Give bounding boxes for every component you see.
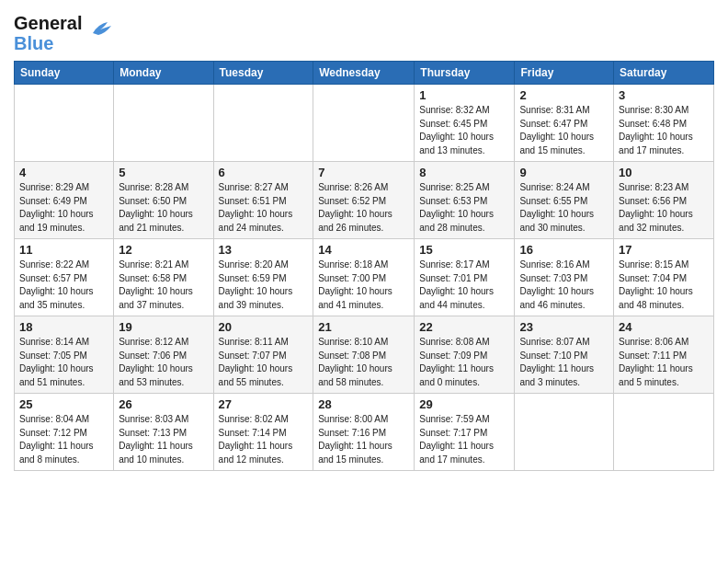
calendar-cell: 6Sunrise: 8:27 AM Sunset: 6:51 PM Daylig… <box>213 162 313 239</box>
calendar-cell: 23Sunrise: 8:07 AM Sunset: 7:10 PM Dayli… <box>515 316 614 394</box>
day-number: 18 <box>19 320 108 334</box>
calendar-cell: 4Sunrise: 8:29 AM Sunset: 6:49 PM Daylig… <box>15 162 114 239</box>
day-info: Sunrise: 8:26 AM Sunset: 6:52 PM Dayligh… <box>318 181 409 235</box>
day-info: Sunrise: 8:15 AM Sunset: 7:04 PM Dayligh… <box>619 259 709 312</box>
calendar-cell: 7Sunrise: 8:26 AM Sunset: 6:52 PM Daylig… <box>313 162 415 239</box>
day-info: Sunrise: 8:29 AM Sunset: 6:49 PM Dayligh… <box>19 181 108 235</box>
calendar-cell: 9Sunrise: 8:24 AM Sunset: 6:55 PM Daylig… <box>515 162 614 239</box>
weekday-header-monday: Monday <box>114 62 213 85</box>
day-number: 9 <box>519 166 609 179</box>
day-info: Sunrise: 8:07 AM Sunset: 7:10 PM Dayligh… <box>519 336 609 389</box>
day-info: Sunrise: 8:00 AM Sunset: 7:16 PM Dayligh… <box>318 413 409 466</box>
calendar-cell: 21Sunrise: 8:10 AM Sunset: 7:08 PM Dayli… <box>313 316 415 394</box>
day-info: Sunrise: 8:11 AM Sunset: 7:07 PM Dayligh… <box>219 336 309 389</box>
day-info: Sunrise: 8:04 AM Sunset: 7:12 PM Dayligh… <box>19 413 108 466</box>
day-number: 25 <box>19 397 108 411</box>
calendar-cell: 25Sunrise: 8:04 AM Sunset: 7:12 PM Dayli… <box>15 394 114 471</box>
day-info: Sunrise: 8:12 AM Sunset: 7:06 PM Dayligh… <box>119 336 208 389</box>
calendar-cell <box>114 85 213 162</box>
day-number: 12 <box>119 243 208 257</box>
calendar-week-row: 25Sunrise: 8:04 AM Sunset: 7:12 PM Dayli… <box>15 394 714 471</box>
day-number: 13 <box>219 243 309 257</box>
day-info: Sunrise: 8:21 AM Sunset: 6:58 PM Dayligh… <box>119 259 208 312</box>
day-info: Sunrise: 8:18 AM Sunset: 7:00 PM Dayligh… <box>318 259 409 312</box>
day-info: Sunrise: 8:25 AM Sunset: 6:53 PM Dayligh… <box>419 181 509 235</box>
day-info: Sunrise: 8:14 AM Sunset: 7:05 PM Dayligh… <box>19 336 108 389</box>
day-info: Sunrise: 8:02 AM Sunset: 7:14 PM Dayligh… <box>219 413 309 466</box>
day-info: Sunrise: 8:03 AM Sunset: 7:13 PM Dayligh… <box>119 413 208 466</box>
day-info: Sunrise: 8:17 AM Sunset: 7:01 PM Dayligh… <box>419 259 509 312</box>
calendar-cell: 29Sunrise: 7:59 AM Sunset: 7:17 PM Dayli… <box>415 394 515 471</box>
day-number: 5 <box>119 166 208 179</box>
day-number: 24 <box>619 320 709 334</box>
calendar-cell: 10Sunrise: 8:23 AM Sunset: 6:56 PM Dayli… <box>614 162 714 239</box>
day-number: 19 <box>119 320 208 334</box>
day-info: Sunrise: 7:59 AM Sunset: 7:17 PM Dayligh… <box>419 413 509 466</box>
day-number: 17 <box>619 243 709 257</box>
calendar-week-row: 1Sunrise: 8:32 AM Sunset: 6:45 PM Daylig… <box>15 85 714 162</box>
day-number: 28 <box>318 397 409 411</box>
day-number: 6 <box>219 166 309 179</box>
day-info: Sunrise: 8:20 AM Sunset: 6:59 PM Dayligh… <box>219 259 309 312</box>
logo: General Blue <box>14 13 115 53</box>
day-number: 7 <box>318 166 409 179</box>
day-number: 8 <box>419 166 509 179</box>
calendar-cell: 26Sunrise: 8:03 AM Sunset: 7:13 PM Dayli… <box>114 394 213 471</box>
calendar-cell: 17Sunrise: 8:15 AM Sunset: 7:04 PM Dayli… <box>614 239 714 316</box>
calendar-cell: 28Sunrise: 8:00 AM Sunset: 7:16 PM Dayli… <box>313 394 415 471</box>
page-header: General Blue <box>14 9 714 53</box>
day-number: 14 <box>318 243 409 257</box>
calendar-cell <box>614 394 714 471</box>
calendar-cell: 13Sunrise: 8:20 AM Sunset: 6:59 PM Dayli… <box>213 239 313 316</box>
weekday-header-row: SundayMondayTuesdayWednesdayThursdayFrid… <box>15 62 714 85</box>
logo-bird-icon <box>85 15 115 48</box>
weekday-header-friday: Friday <box>515 62 614 85</box>
weekday-header-thursday: Thursday <box>415 62 515 85</box>
day-info: Sunrise: 8:28 AM Sunset: 6:50 PM Dayligh… <box>119 181 208 235</box>
day-number: 22 <box>419 320 509 334</box>
calendar-cell <box>213 85 313 162</box>
day-info: Sunrise: 8:24 AM Sunset: 6:55 PM Dayligh… <box>519 181 609 235</box>
day-number: 20 <box>219 320 309 334</box>
calendar-cell <box>313 85 415 162</box>
calendar-cell: 2Sunrise: 8:31 AM Sunset: 6:47 PM Daylig… <box>515 85 614 162</box>
logo-line1: General <box>14 13 82 33</box>
calendar-cell: 18Sunrise: 8:14 AM Sunset: 7:05 PM Dayli… <box>15 316 114 394</box>
calendar-cell: 22Sunrise: 8:08 AM Sunset: 7:09 PM Dayli… <box>415 316 515 394</box>
day-number: 15 <box>419 243 509 257</box>
day-number: 26 <box>119 397 208 411</box>
calendar-cell: 15Sunrise: 8:17 AM Sunset: 7:01 PM Dayli… <box>415 239 515 316</box>
day-number: 21 <box>318 320 409 334</box>
day-number: 16 <box>519 243 609 257</box>
weekday-header-wednesday: Wednesday <box>313 62 415 85</box>
day-info: Sunrise: 8:08 AM Sunset: 7:09 PM Dayligh… <box>419 336 509 389</box>
day-number: 1 <box>419 88 509 102</box>
day-number: 2 <box>519 88 609 102</box>
logo-line2: Blue <box>14 33 82 53</box>
day-number: 23 <box>519 320 609 334</box>
day-info: Sunrise: 8:32 AM Sunset: 6:45 PM Dayligh… <box>419 104 509 157</box>
weekday-header-sunday: Sunday <box>15 62 114 85</box>
day-info: Sunrise: 8:22 AM Sunset: 6:57 PM Dayligh… <box>19 259 108 312</box>
day-number: 4 <box>19 166 108 179</box>
calendar-week-row: 4Sunrise: 8:29 AM Sunset: 6:49 PM Daylig… <box>15 162 714 239</box>
weekday-header-saturday: Saturday <box>614 62 714 85</box>
day-number: 11 <box>19 243 108 257</box>
calendar-cell: 14Sunrise: 8:18 AM Sunset: 7:00 PM Dayli… <box>313 239 415 316</box>
calendar-cell: 20Sunrise: 8:11 AM Sunset: 7:07 PM Dayli… <box>213 316 313 394</box>
calendar-cell: 8Sunrise: 8:25 AM Sunset: 6:53 PM Daylig… <box>415 162 515 239</box>
day-info: Sunrise: 8:31 AM Sunset: 6:47 PM Dayligh… <box>519 104 609 157</box>
calendar-cell: 3Sunrise: 8:30 AM Sunset: 6:48 PM Daylig… <box>614 85 714 162</box>
day-number: 27 <box>219 397 309 411</box>
weekday-header-tuesday: Tuesday <box>213 62 313 85</box>
calendar-cell <box>515 394 614 471</box>
calendar-cell: 24Sunrise: 8:06 AM Sunset: 7:11 PM Dayli… <box>614 316 714 394</box>
calendar-cell: 12Sunrise: 8:21 AM Sunset: 6:58 PM Dayli… <box>114 239 213 316</box>
calendar-cell <box>15 85 114 162</box>
calendar-table: SundayMondayTuesdayWednesdayThursdayFrid… <box>14 61 714 471</box>
day-info: Sunrise: 8:27 AM Sunset: 6:51 PM Dayligh… <box>219 181 309 235</box>
day-number: 3 <box>619 88 709 102</box>
calendar-cell: 27Sunrise: 8:02 AM Sunset: 7:14 PM Dayli… <box>213 394 313 471</box>
day-info: Sunrise: 8:10 AM Sunset: 7:08 PM Dayligh… <box>318 336 409 389</box>
calendar-cell: 11Sunrise: 8:22 AM Sunset: 6:57 PM Dayli… <box>15 239 114 316</box>
